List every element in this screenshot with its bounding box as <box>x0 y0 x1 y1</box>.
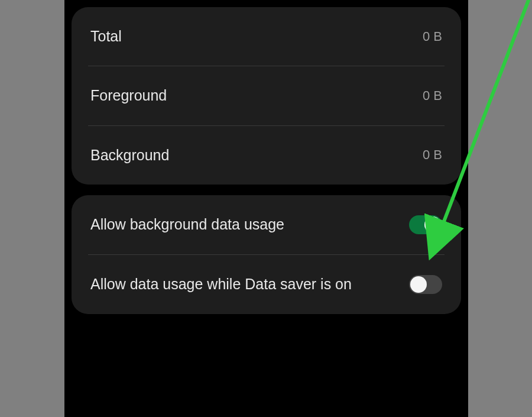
data-usage-background-value: 0 B <box>423 147 442 163</box>
data-usage-row-background[interactable]: Background 0 B <box>72 126 461 185</box>
phone-screen: Total 0 B Foreground 0 B Background 0 B … <box>64 0 468 417</box>
data-usage-foreground-label: Foreground <box>90 86 167 105</box>
data-usage-row-total[interactable]: Total 0 B <box>72 7 461 66</box>
allow-background-data-toggle[interactable] <box>409 215 442 234</box>
allow-data-saver-toggle[interactable] <box>409 275 442 294</box>
allow-background-data-row[interactable]: Allow background data usage <box>72 195 461 254</box>
data-usage-total-value: 0 B <box>423 29 442 44</box>
allow-background-data-label: Allow background data usage <box>90 215 284 234</box>
data-usage-card: Total 0 B Foreground 0 B Background 0 B <box>72 7 461 185</box>
toggle-knob <box>410 276 427 293</box>
allow-data-saver-label: Allow data usage while Data saver is on <box>90 275 352 293</box>
data-usage-total-label: Total <box>90 27 122 46</box>
allow-data-saver-row[interactable]: Allow data usage while Data saver is on <box>72 255 461 314</box>
data-usage-background-label: Background <box>90 146 169 164</box>
toggle-knob <box>424 216 441 233</box>
data-usage-row-foreground[interactable]: Foreground 0 B <box>72 66 461 125</box>
data-usage-foreground-value: 0 B <box>423 88 442 104</box>
settings-card: Allow background data usage Allow data u… <box>72 195 461 314</box>
